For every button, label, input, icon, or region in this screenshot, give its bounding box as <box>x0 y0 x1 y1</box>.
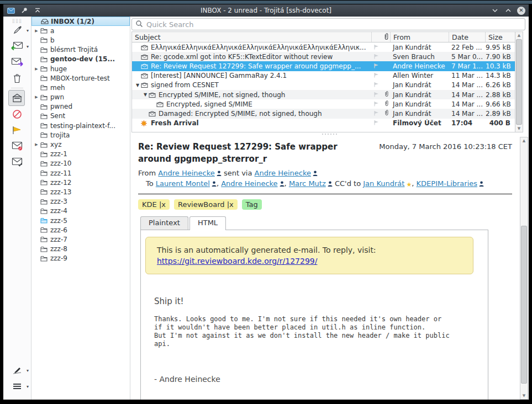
maximize-button[interactable] <box>504 6 513 15</box>
from-text: Jan Kundrát <box>391 91 449 99</box>
column-header-size[interactable]: Size <box>486 32 515 42</box>
folder-label: INBOX (1/2) <box>49 18 94 25</box>
expander-icon[interactable]: ▶ <box>31 95 39 99</box>
recipient-link[interactable]: Marc Mutz <box>289 179 326 188</box>
sidebar-item-zzz-13[interactable]: zzz-13 <box>31 187 130 196</box>
sidebar-item-zzz-5[interactable]: zzz-5 <box>31 216 130 225</box>
compose-dropdown-arrow[interactable]: ▾ <box>27 28 29 33</box>
mark-read-button[interactable] <box>4 90 30 106</box>
review-link[interactable]: https://git.reviewboard.kde.org/r/127299… <box>157 257 317 265</box>
scroll-up-icon[interactable]: ▲ <box>515 32 523 39</box>
folder-label: a <box>49 27 54 35</box>
spam-button[interactable] <box>4 106 30 122</box>
forward-button[interactable] <box>4 54 30 70</box>
envelope-icon <box>141 63 149 69</box>
column-header-attachment[interactable] <box>372 32 391 42</box>
column-header-subject[interactable]: Subject <box>132 32 372 42</box>
column-header-date[interactable]: Date <box>449 32 486 42</box>
sidebar-item-mbox-torture-test[interactable]: MBOX-torture-test <box>31 73 130 83</box>
thread-expander-icon[interactable]: ▼ <box>134 83 141 88</box>
message-row[interactable]: [Interest] [ANNOUNCE] GammaRay 2.4.1Alle… <box>132 71 515 81</box>
sidebar-item-meh[interactable]: meh <box>31 83 130 92</box>
viewer-scrollbar[interactable]: ▲ ▼ <box>520 137 528 400</box>
message-row[interactable]: ▼Encrypted S/MIME, not signed, thoughJan… <box>132 90 515 99</box>
menu-button[interactable]: ▾ <box>4 378 30 394</box>
tab-plaintext[interactable]: Plaintext <box>140 216 188 230</box>
marker-dropdown-arrow[interactable]: ▾ <box>27 368 29 373</box>
compose-button[interactable]: ▾ <box>4 22 30 38</box>
sidebar-item-zzz-7[interactable]: zzz-7 <box>31 235 130 244</box>
sidebar-item-zzz-9[interactable]: zzz-9 <box>31 254 130 263</box>
tag-tag[interactable]: Tag <box>242 199 262 210</box>
sidebar-item-b[interactable]: b <box>31 35 130 45</box>
paperclip-icon <box>384 33 389 42</box>
scrollbar-thumb[interactable] <box>516 39 522 125</box>
reply-button[interactable]: ▾ <box>4 38 30 54</box>
close-button[interactable]: ✕ <box>517 7 525 15</box>
sidebar-item-zzz-1[interactable]: zzz-1 <box>31 150 130 159</box>
envelope-icon <box>141 73 149 78</box>
sidebar-item-zzz-4[interactable]: zzz-4 <box>31 206 130 216</box>
sidebar-item-inbox-1-2-[interactable]: INBOX (1/2) <box>31 17 130 26</box>
recipient-link[interactable]: KDEPIM-Libraries <box>417 179 477 188</box>
reply-dropdown-arrow[interactable]: ▾ <box>27 44 29 49</box>
sidebar-item-zzz-8[interactable]: zzz-8 <box>31 244 130 254</box>
recipient-link[interactable]: Andre Heinecke <box>221 179 277 188</box>
sidebar-item-xyz[interactable]: ▶xyz <box>31 140 130 149</box>
person-icon <box>280 180 285 188</box>
tag-reviewboard[interactable]: ReviewBoard |x <box>174 199 238 210</box>
sidebar-item-zzz-10[interactable]: zzz-10 <box>31 159 130 168</box>
message-list: Subject From Date Size ΕλληνικάΕλληνικάΕ… <box>131 31 515 132</box>
message-row[interactable]: Fresh ArrivalFilmový Účet17:04400 B <box>132 119 515 128</box>
expander-icon[interactable]: ▶ <box>31 29 39 33</box>
from-text: Sven Brauch <box>391 53 449 61</box>
sidebar-item-pwn[interactable]: ▶pwn <box>31 93 130 102</box>
shade-window-icon[interactable] <box>33 6 42 15</box>
mark-not-junk-button[interactable] <box>4 154 30 170</box>
sidebar-item-a[interactable]: ▶a <box>31 26 130 35</box>
message-row[interactable]: Encrypted, signed S/MIMEJan Kundrát14 Ma… <box>132 99 515 109</box>
scroll-down-icon[interactable]: ▼ <box>520 392 528 399</box>
sent-via-link[interactable]: Andre Heinecke <box>255 169 311 177</box>
expander-icon[interactable]: ▶ <box>31 142 39 147</box>
sidebar-item-zzz-6[interactable]: zzz-6 <box>31 225 130 235</box>
tab-html[interactable]: HTML <box>189 216 226 230</box>
sidebar-item-zzz-11[interactable]: zzz-11 <box>31 168 130 178</box>
sidebar-item-pwned[interactable]: pwned <box>31 102 130 111</box>
from-link[interactable]: Andre Heinecke <box>158 169 214 177</box>
flag-button[interactable] <box>4 122 30 138</box>
message-row[interactable]: Re: Review Request 127299: Safe wrapper … <box>132 61 515 71</box>
sidebar-item-bl-smrt-trojit-[interactable]: blésmrt Trojitá <box>31 45 130 55</box>
message-row[interactable]: ΕλληνικάΕλληνικάΕλληνικάΕλληνικάΕλληνικά… <box>132 42 515 52</box>
column-header-from[interactable]: From <box>391 32 449 42</box>
list-viewer-splitter[interactable] <box>318 134 340 135</box>
sidebar-item-trojita[interactable]: trojita <box>31 130 130 140</box>
scrollbar-thumb[interactable] <box>521 226 527 384</box>
message-list-scrollbar[interactable]: ▲ ▼ <box>515 31 523 132</box>
message-row[interactable]: ▼signed from CESNETJan Kundrát14 Mar ...… <box>132 81 515 90</box>
sidebar-item-huge[interactable]: ▶huge <box>31 64 130 73</box>
scroll-down-icon[interactable]: ▼ <box>515 125 523 132</box>
quick-search-input[interactable]: Quick Search <box>131 18 525 30</box>
marker-button[interactable]: ▾ <box>4 362 30 378</box>
mark-junk-button[interactable] <box>4 138 30 154</box>
minimize-button[interactable] <box>491 6 499 15</box>
tag-kde[interactable]: KDE |x <box>138 199 170 210</box>
menu-dropdown-arrow[interactable]: ▾ <box>27 384 29 389</box>
envelope-icon <box>156 102 165 107</box>
message-row[interactable]: Damaged: Encrypted S/MIME, not signed, t… <box>132 109 515 118</box>
folder-label: pwned <box>49 103 72 110</box>
scroll-up-icon[interactable]: ▲ <box>520 137 528 144</box>
sidebar-item-testing-plaintext-f-[interactable]: testing-plaintext-f... <box>31 121 130 130</box>
recipient-link[interactable]: Jan Kundrát <box>363 179 404 188</box>
sidebar-item-sent[interactable]: Sent <box>31 111 130 121</box>
recipient-link[interactable]: Laurent Montel <box>156 179 210 188</box>
sidebar-item-zzz-12[interactable]: zzz-12 <box>31 178 130 187</box>
thread-expander-icon[interactable]: ▼ <box>142 92 149 97</box>
sidebar-item-gentoo-dev-15-[interactable]: gentoo-dev (15... <box>31 55 130 64</box>
message-row[interactable]: Re: gcode.xml got into KF5::KTextEditor … <box>132 52 515 61</box>
pin-icon[interactable] <box>20 6 29 15</box>
delete-button[interactable] <box>4 70 30 86</box>
expander-icon[interactable]: ▶ <box>31 67 39 71</box>
sidebar-item-zzz-3[interactable]: zzz-3 <box>31 197 130 206</box>
